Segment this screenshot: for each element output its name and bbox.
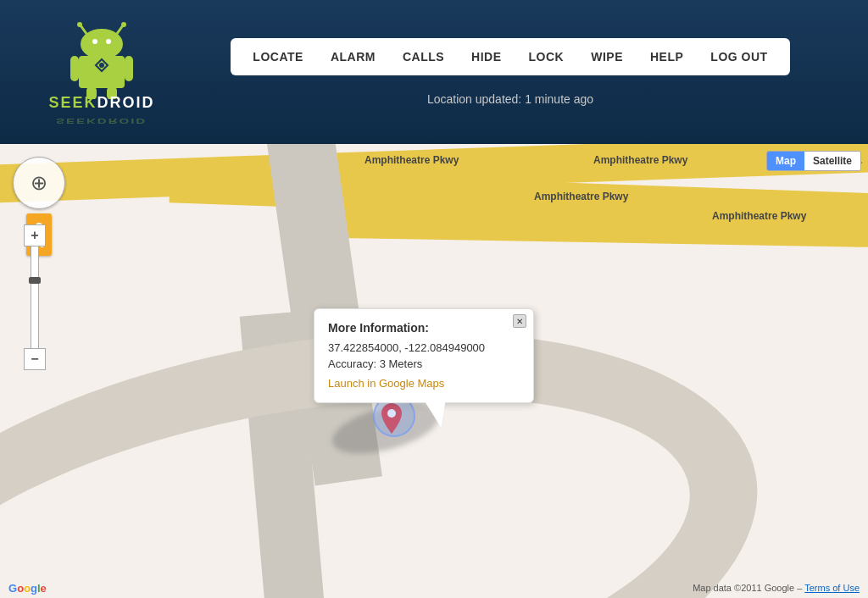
android-logo [64,19,140,99]
google-logo: Google [8,582,47,595]
svg-rect-11 [125,56,133,81]
zoom-control: + − [24,224,46,370]
brand-text: SEEKDROID [48,94,154,112]
popup-accuracy: Accuracy: 3 Meters [328,357,520,370]
logo-area: SEEKDROID SEEKDROID [25,19,178,126]
nav-area: LOCATE ALARM CALLS HIDE LOCK WIPE HELP L… [178,38,843,106]
nav-wipe[interactable]: WIPE [577,43,637,70]
zoom-slider[interactable] [31,246,39,348]
nav-lock[interactable]: LOCK [515,43,578,70]
zoom-in-button[interactable]: + [24,224,46,246]
zoom-out-button[interactable]: − [24,348,46,370]
nav-alarm[interactable]: ALARM [317,43,389,70]
svg-rect-10 [70,56,79,81]
svg-point-9 [99,63,104,68]
svg-point-1 [77,22,82,27]
popup-close-button[interactable]: ✕ [513,314,526,328]
brand-prefix: SEEK [48,94,97,111]
svg-point-5 [92,39,97,44]
nav-locate[interactable]: LOCATE [239,43,317,70]
terms-of-use-link[interactable]: Terms of Use [804,583,860,593]
map-footer: Google Map data ©2011 Google – Terms of … [0,578,868,598]
popup-coordinates: 37.422854000, -122.084949000 [328,341,520,354]
nav-calls[interactable]: CALLS [389,43,458,70]
map-attribution: Map data ©2011 Google – Terms of Use [693,583,860,593]
header: SEEKDROID SEEKDROID LOCATE ALARM CALLS H… [0,0,868,144]
svg-point-3 [121,22,126,27]
map-data-text: Map data ©2011 Google [693,583,794,593]
location-marker [381,403,402,437]
nav-hide[interactable]: HIDE [458,43,515,70]
map-toggle: Map Satellite [766,151,861,171]
map-toggle-satellite[interactable]: Satellite [804,152,860,170]
brand-suffix: DROID [97,94,155,111]
location-status: Location updated: 1 minute ago [427,92,593,106]
nav-logout[interactable]: LOG OUT [697,43,781,70]
pan-arrows-icon: ⊕ [31,171,47,195]
svg-point-4 [81,29,123,59]
info-popup: ✕ More Information: 37.422854000, -122.0… [314,308,534,403]
brand-reflection: SEEKDROID [56,116,147,125]
gmaps-link[interactable]: Launch in Google Maps [328,377,444,390]
map-toggle-map[interactable]: Map [767,152,804,170]
nav-bar: LOCATE ALARM CALLS HIDE LOCK WIPE HELP L… [231,38,789,75]
svg-point-6 [106,39,111,44]
pan-circle[interactable]: ⊕ [13,157,65,209]
popup-title: More Information: [328,321,520,335]
map-container[interactable]: Amphitheatre Pkwy Amphitheatre Pkwy Amph… [0,144,868,598]
nav-help[interactable]: HELP [637,43,697,70]
